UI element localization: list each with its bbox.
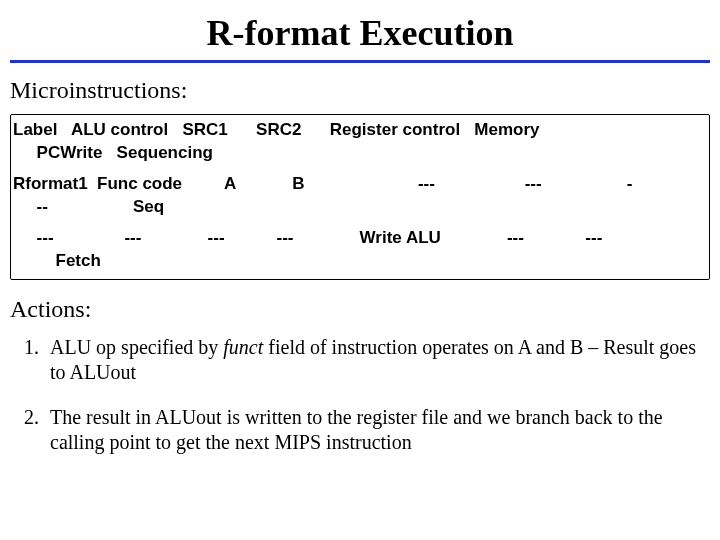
table-row-1-line2: -- Seq (13, 196, 707, 219)
table-row-1-line1: Rformat1 Func code A B --- --- - (13, 173, 707, 196)
table-header-line1: Label ALU control SRC1 SRC2 Register con… (13, 119, 707, 142)
title-rule (10, 60, 710, 63)
table-row-2-line2: Fetch (13, 250, 707, 273)
action-item-1: ALU op specified by funct field of instr… (44, 335, 710, 385)
action-1-pre: ALU op specified by (50, 336, 223, 358)
action-item-2: The result in ALUout is written to the r… (44, 405, 710, 455)
actions-list: ALU op specified by funct field of instr… (44, 335, 710, 455)
microinstructions-heading: Microinstructions: (10, 77, 710, 104)
table-row-2-line1: --- --- --- --- Write ALU --- --- (13, 227, 707, 250)
table-header-line2: PCWrite Sequencing (13, 142, 707, 165)
microinstruction-table: Label ALU control SRC1 SRC2 Register con… (10, 114, 710, 280)
actions-heading: Actions: (10, 296, 710, 323)
slide: R-format Execution Microinstructions: La… (0, 0, 720, 485)
page-title: R-format Execution (10, 12, 710, 54)
action-1-funct: funct (223, 336, 263, 358)
